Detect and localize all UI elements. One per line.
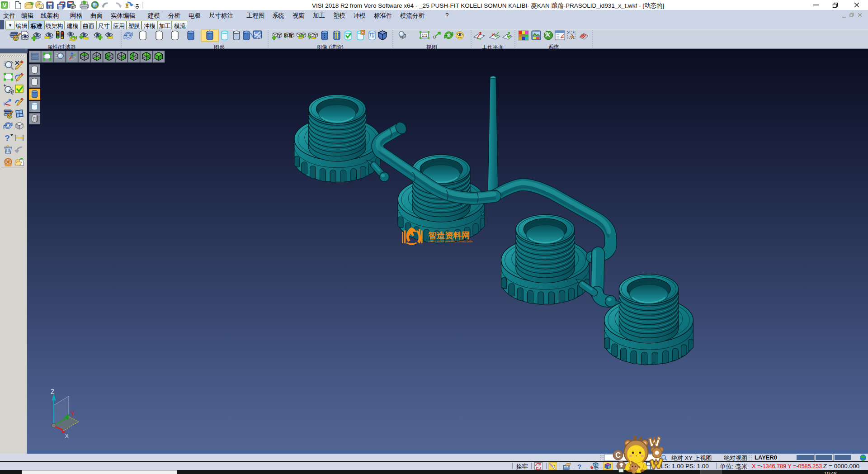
svg-text:1:1: 1:1 bbox=[422, 33, 428, 38]
svg-text:智造资料网: 智造资料网 bbox=[428, 231, 470, 240]
svg-text:C: C bbox=[615, 451, 621, 459]
svg-text:?: ? bbox=[5, 133, 10, 143]
svg-text:X: X bbox=[65, 432, 69, 440]
svg-text:Z: Z bbox=[51, 388, 55, 395]
svg-text:INTELLIGENT MANUFACTURING DATA: INTELLIGENT MANUFACTURING DATA bbox=[428, 240, 473, 243]
svg-text:V: V bbox=[3, 2, 7, 9]
svg-text:Y: Y bbox=[71, 410, 75, 417]
